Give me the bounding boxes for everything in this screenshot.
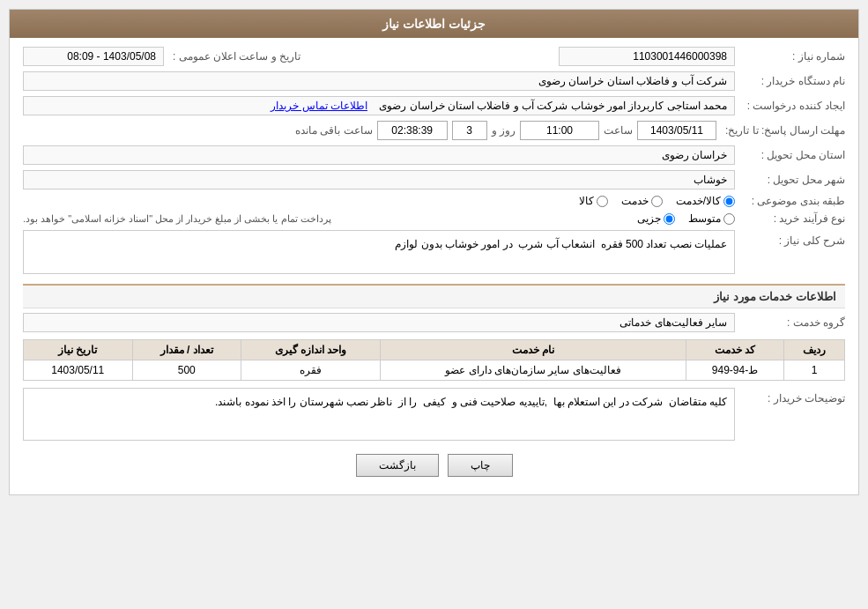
services-section-header: اطلاعات خدمات مورد نیاز — [23, 284, 845, 308]
cell-code: ط-94-949 — [686, 360, 783, 381]
contact-link[interactable]: اطلاعات تماس خریدار — [271, 100, 367, 112]
radio-item-kala: کالا — [579, 195, 608, 207]
cell-date: 1403/05/11 — [24, 360, 133, 381]
deadline-remain-label: ساعت باقی مانده — [295, 124, 373, 137]
col-name: نام خدمت — [381, 340, 686, 360]
deadline-days: 3 — [452, 121, 487, 140]
radio-motavasset-label: متوسط — [688, 212, 721, 225]
purchase-type-note: پرداخت تمام یا بخشی از مبلغ خریدار از مح… — [23, 213, 331, 225]
description-textarea[interactable] — [23, 230, 735, 274]
radio-kala-khedmat[interactable] — [723, 196, 735, 207]
deadline-days-label: روز و — [492, 124, 516, 137]
radio-item-khedmat: خدمت — [621, 195, 663, 207]
row-buyer-org: نام دستگاه خریدار : شرکت آب و فاضلاب است… — [23, 71, 845, 91]
announce-value: 1403/05/08 - 08:09 — [23, 47, 164, 66]
category-radio-group: کالا/خدمت خدمت کالا — [579, 195, 735, 207]
services-table-container: ردیف کد خدمت نام خدمت واحد اندازه گیری ت… — [23, 339, 845, 381]
radio-item-kala-khedmat: کالا/خدمت — [676, 195, 735, 207]
deadline-time: 11:00 — [520, 121, 599, 140]
row-service-group: گروه خدمت : سایر فعالیت‌های خدماتی — [23, 313, 845, 332]
radio-item-jozei: جزیی — [637, 212, 675, 225]
col-date: تاریخ نیاز — [24, 340, 133, 360]
creator-label: ایجاد کننده درخواست : — [739, 100, 845, 112]
table-row: 1ط-94-949فعالیت‌های سایر سازمان‌های دارا… — [24, 360, 845, 381]
city-label: شهر محل تحویل : — [739, 174, 845, 186]
page-container: جزئیات اطلاعات نیاز شماره نیاز : 1103001… — [0, 0, 868, 609]
city-value: خوشاب — [23, 170, 735, 189]
buyer-notes-textarea[interactable] — [23, 388, 735, 441]
row-category: طبقه بندی موضوعی : کالا/خدمت خدمت کالا — [23, 195, 845, 207]
deadline-label: مهلت ارسال پاسخ: تا تاریخ: — [721, 124, 845, 137]
buyer-org-label: نام دستگاه خریدار : — [739, 75, 845, 87]
deadline-date: 1403/05/11 — [637, 121, 716, 140]
description-label: شرح کلی نیاز : — [739, 230, 845, 247]
row-city: شهر محل تحویل : خوشاب — [23, 170, 845, 189]
main-panel: جزئیات اطلاعات نیاز شماره نیاز : 1103001… — [9, 9, 859, 495]
service-group-value: سایر فعالیت‌های خدماتی — [23, 313, 735, 332]
col-row: ردیف — [784, 340, 845, 360]
need-number-value: 1103001446000398 — [559, 47, 735, 66]
cell-name: فعالیت‌های سایر سازمان‌های دارای عضو — [381, 360, 686, 381]
panel-title: جزئیات اطلاعات نیاز — [382, 17, 486, 31]
need-number-label: شماره نیاز : — [739, 50, 845, 63]
col-unit: واحد اندازه گیری — [241, 340, 380, 360]
service-group-label: گروه خدمت : — [739, 316, 845, 329]
row-buyer-notes: توضیحات خریدار : — [23, 388, 845, 443]
radio-jozei-label: جزیی — [637, 212, 661, 225]
purchase-type-label: نوع فرآیند خرید : — [739, 212, 845, 225]
cell-unit: فقره — [241, 360, 380, 381]
print-button[interactable]: چاپ — [448, 454, 513, 477]
col-quantity: تعداد / مقدار — [132, 340, 241, 360]
row-description: شرح کلی نیاز : — [23, 230, 845, 277]
row-purchase-type: نوع فرآیند خرید : متوسط جزیی پرداخت تمام… — [23, 212, 845, 225]
radio-khedmat-label: خدمت — [621, 195, 649, 207]
row-need-number: شماره نیاز : 1103001446000398 تاریخ و سا… — [23, 47, 845, 66]
province-value: خراسان رضوی — [23, 145, 735, 165]
buyer-org-value: شرکت آب و فاضلاب استان خراسان رضوی — [23, 71, 735, 91]
province-label: استان محل تحویل : — [739, 149, 845, 161]
radio-motavasset[interactable] — [723, 213, 735, 225]
radio-kala-khedmat-label: کالا/خدمت — [676, 195, 721, 207]
panel-header: جزئیات اطلاعات نیاز — [10, 10, 858, 38]
radio-kala[interactable] — [597, 196, 608, 207]
creator-value: محمد استاجی کاربرداز امور خوشاب شرکت آب … — [23, 96, 735, 115]
announce-label: تاریخ و ساعت اعلان عمومی : — [168, 50, 300, 63]
col-code: کد خدمت — [686, 340, 783, 360]
deadline-remain: 02:38:39 — [377, 121, 448, 140]
deadline-time-label: ساعت — [604, 124, 633, 137]
radio-kala-label: کالا — [579, 195, 594, 207]
category-label: طبقه بندی موضوعی : — [739, 195, 845, 207]
button-row: چاپ بازگشت — [23, 454, 845, 486]
buyer-notes-label: توضیحات خریدار : — [739, 388, 845, 405]
row-deadline: مهلت ارسال پاسخ: تا تاریخ: 1403/05/11 سا… — [23, 121, 845, 140]
cell-quantity: 500 — [132, 360, 241, 381]
panel-body: شماره نیاز : 1103001446000398 تاریخ و سا… — [10, 38, 858, 494]
back-button[interactable]: بازگشت — [356, 454, 439, 477]
services-table: ردیف کد خدمت نام خدمت واحد اندازه گیری ت… — [23, 339, 845, 381]
cell-row: 1 — [784, 360, 845, 381]
radio-khedmat[interactable] — [651, 196, 663, 207]
radio-item-motavasset: متوسط — [688, 212, 735, 225]
creator-text: محمد استاجی کاربرداز امور خوشاب شرکت آب … — [379, 100, 727, 112]
row-creator: ایجاد کننده درخواست : محمد استاجی کاربرد… — [23, 96, 845, 115]
radio-jozei[interactable] — [664, 213, 675, 225]
row-province: استان محل تحویل : خراسان رضوی — [23, 145, 845, 165]
purchase-type-radio-group: متوسط جزیی — [637, 212, 735, 225]
